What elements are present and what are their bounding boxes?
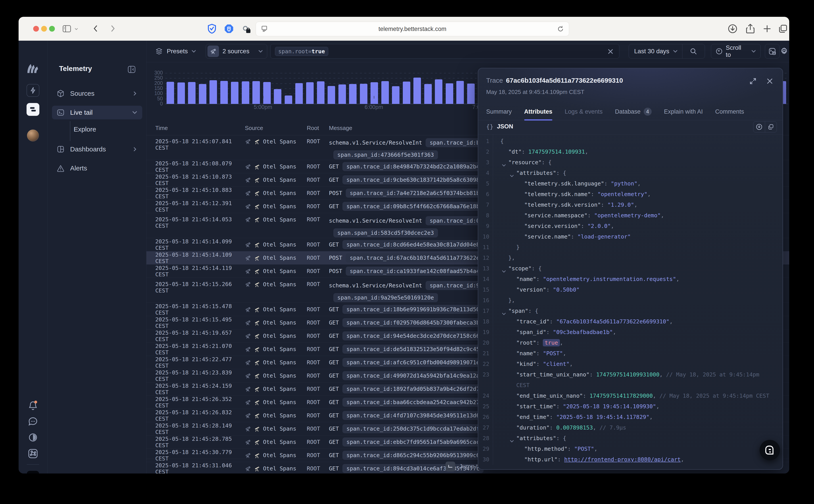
chart-bar[interactable] (403, 82, 410, 104)
sidebar-item-live-tail[interactable]: Live tail (52, 106, 142, 119)
chart-bar[interactable] (467, 84, 475, 104)
close-window-button[interactable] (33, 26, 39, 32)
json-line[interactable]: 7 "telemetry.sdk.version": "1.29.0", (478, 200, 783, 210)
chart-bar[interactable] (381, 81, 389, 104)
chart-bar[interactable] (242, 81, 249, 104)
chart-bar[interactable] (392, 86, 399, 104)
share-icon[interactable] (745, 23, 755, 35)
chart-bar[interactable] (220, 81, 228, 104)
chart-bar[interactable] (285, 95, 292, 104)
json-line[interactable]: 4 "attributes": { (478, 168, 783, 178)
forward-button[interactable] (110, 24, 116, 34)
tab-database[interactable]: Database 4 (615, 103, 652, 120)
trace-id-chip[interactable]: span.trace_id:d865c294c55b9206b9513909c6 (342, 451, 484, 460)
sidebar-menu-chevron-icon[interactable] (74, 27, 78, 31)
json-line[interactable]: 18 "trace_id": "67ac6b103f4a5d611a773622… (478, 316, 783, 327)
chart-bar[interactable] (209, 80, 217, 104)
trace-id-chip[interactable]: span.trace_id:250dc375c1d9bccda17edab2df (342, 424, 484, 433)
json-line[interactable]: 25 "start_time": "2025-05-18 19:45:14.10… (478, 401, 783, 412)
span-id-chip[interactable]: span.span_id:473666f5e301f363 (333, 150, 438, 159)
trace-id-chip[interactable]: span.trace_id:8cd66ed4e58ea30c81a7dd04e8 (342, 240, 484, 249)
json-line[interactable]: 16 }, (478, 295, 783, 306)
search-icon[interactable] (682, 48, 705, 55)
tab-logs-events[interactable]: Logs & events (565, 103, 603, 120)
json-line[interactable]: 27 "duration": 0.007898153, // 7.9µs (478, 422, 783, 433)
new-tab-icon[interactable] (763, 24, 772, 34)
tab-explain-with-ai[interactable]: Explain with AI (664, 103, 703, 120)
chart-bar[interactable] (370, 82, 378, 104)
tabs-icon[interactable] (778, 24, 788, 34)
json-line[interactable]: 14 "name": "opentelemetry.instrumentatio… (478, 274, 783, 284)
reload-icon[interactable] (557, 25, 564, 34)
downloads-icon[interactable] (728, 24, 737, 34)
json-line[interactable]: 26 "end_time": "2025-05-18 19:45:14.1178… (478, 412, 783, 422)
json-line[interactable]: 5 "telemetry.sdk.language": "python", (478, 178, 783, 189)
trace-id-chip[interactable]: span.trace_id:f0295706d8645b7300fabeca3b (342, 318, 484, 327)
trace-id-chip[interactable]: span.trace_id:94e54dec3dce2d70dce7158c66 (342, 331, 484, 340)
column-header-root[interactable]: Root (307, 125, 329, 132)
json-line[interactable]: 9 "service.version": "2.0.0", (478, 221, 783, 231)
tab-comments[interactable]: Comments (715, 103, 744, 120)
json-line[interactable]: 3 "resource": { (478, 157, 783, 168)
command-menu-icon[interactable] (28, 448, 38, 460)
sidebar-item-alerts[interactable]: Alerts (52, 161, 142, 175)
back-button[interactable] (92, 24, 99, 34)
json-line[interactable]: 19 "span_id": "09c3ebafbadbae1b", (478, 327, 783, 338)
trace-id-chip[interactable]: span.trace_id:0 (426, 216, 484, 225)
span-id-chip[interactable]: span.span_id:583cd5f30dcec2e3 (333, 228, 438, 237)
sidebar-item-sources[interactable]: Sources (52, 87, 142, 100)
trace-id-chip[interactable]: span.trace_id:499072d14a5942bfa14c9ea12a (342, 371, 484, 380)
json-line[interactable]: 8 "service.namespace": "opentelemetry-de… (478, 210, 783, 221)
trace-id-chip[interactable]: span.trace_id:18b6e9919691b936c78e113d50 (342, 305, 484, 314)
notifications-bell-icon[interactable] (28, 400, 38, 412)
json-line[interactable]: 2 "dt": 1747597514.109931, (478, 147, 783, 157)
json-line[interactable]: 30 "http.url": http://frontend-proxy:808… (478, 454, 783, 465)
chart-bar[interactable] (456, 81, 464, 104)
rail-uptime-button[interactable] (27, 84, 39, 97)
workspace-logo[interactable] (27, 471, 39, 473)
trace-id-chip[interactable]: span.trace_id:67ac6b103f4a5d611a773622e (346, 253, 484, 262)
collapse-sidebar-icon[interactable] (127, 65, 136, 75)
url-bar[interactable]: telemetry.betterstack.com (256, 22, 569, 36)
trace-id-chip[interactable]: span.trace_id:baa66ccbdeaa2542caac942b27 (342, 398, 484, 407)
chart-bar[interactable] (446, 83, 453, 104)
betterstack-logo[interactable] (27, 63, 39, 75)
chart-bar[interactable] (252, 81, 260, 104)
chart-bar[interactable] (231, 82, 238, 104)
span-id-chip[interactable]: span.span_id:9a29e5e50169120e (333, 293, 438, 302)
chart-bar[interactable] (327, 86, 335, 104)
minimize-window-button[interactable] (41, 26, 47, 32)
sidebar-item-dashboards[interactable]: Dashboards (52, 142, 142, 156)
copy-json-button[interactable] (765, 122, 777, 132)
json-line[interactable]: 1 { (478, 136, 783, 147)
json-line[interactable]: 22 "kind": "client", (478, 359, 783, 369)
chart-bar[interactable] (166, 82, 174, 104)
json-line[interactable]: 12 }, (478, 253, 783, 263)
trace-id-chip[interactable]: span.trace_id:4fd7107c39845de349511e13d6 (342, 411, 484, 420)
chart-bar[interactable] (188, 82, 195, 104)
privacy-extension-icon[interactable] (240, 23, 251, 35)
trace-id-chip[interactable]: span.trace_id:ca1933fae142c08faad57b4a4 (346, 267, 484, 276)
chart-bar[interactable] (338, 84, 346, 104)
query-input[interactable]: span.root=true (270, 44, 619, 59)
json-line[interactable]: 20 "root": true, (478, 338, 783, 348)
query-editor-toggle-button[interactable] (765, 44, 780, 59)
chart-bar[interactable] (177, 82, 185, 104)
json-line[interactable]: 23 "start_time_unix_nano": 1747597514109… (478, 369, 783, 391)
trace-id-chip[interactable]: span.trace_id:de5d18325123e50f94d82c9c45 (342, 345, 484, 354)
chart-bar[interactable] (263, 82, 271, 104)
column-header-source[interactable]: Source (245, 125, 307, 132)
chart-bar[interactable] (349, 84, 356, 104)
chart-bar[interactable] (274, 89, 281, 104)
theme-contrast-icon[interactable] (28, 432, 38, 443)
json-line[interactable]: 13 "scope": { (478, 263, 783, 274)
reader-icon[interactable] (261, 25, 268, 34)
trace-id-chip[interactable]: span.trace_id:09b8c5f4f662c67668aa76e18b (342, 202, 484, 211)
column-header-time[interactable]: Time (146, 125, 245, 132)
user-avatar[interactable] (27, 130, 39, 141)
chart-bar[interactable] (424, 84, 432, 104)
chart-bar[interactable] (414, 78, 421, 104)
tab-summary[interactable]: Summary (486, 103, 512, 120)
trace-id-chip[interactable]: span.trace_id:ebbc7fd95651af5ab9a6965cac (342, 437, 484, 447)
chart-bar[interactable] (360, 84, 367, 104)
